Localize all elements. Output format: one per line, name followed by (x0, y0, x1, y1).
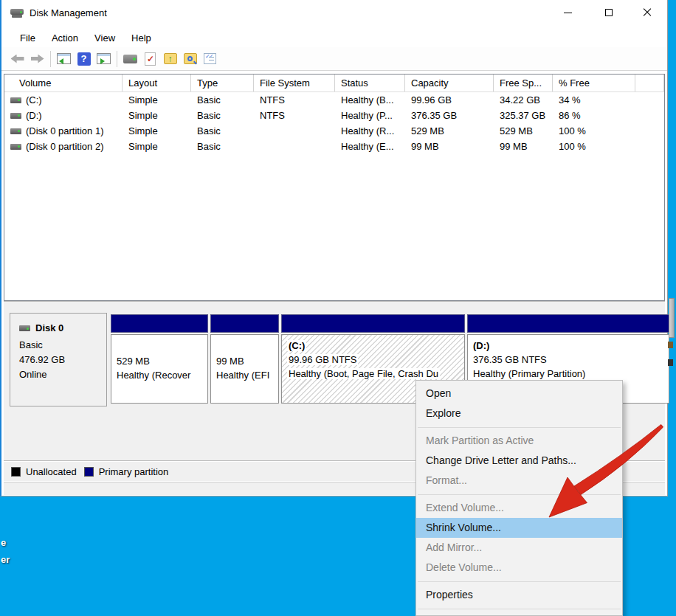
legend-label: Primary partition (99, 466, 169, 477)
maximize-icon (605, 9, 613, 16)
column-header-layout[interactable]: Layout (123, 75, 191, 91)
free-space-value: 325.37 GB (494, 110, 553, 121)
close-button[interactable] (630, 0, 664, 25)
menu-item-explore[interactable]: Explore (416, 404, 622, 423)
menu-separator (416, 605, 622, 612)
layout-value: Simple (123, 110, 191, 121)
disk0-header-panel[interactable]: Disk 0 Basic 476.92 GB Online (10, 313, 107, 406)
free-space-value: 99 MB (494, 141, 553, 152)
disk-drive-icon (10, 7, 24, 19)
background-fragment (668, 359, 673, 366)
partition-size: 99.96 GB NTFS (287, 354, 358, 365)
type-value: Basic (191, 110, 254, 121)
volume-name: (D:) (26, 110, 42, 121)
window-title: Disk Management (30, 7, 107, 18)
volume-list: Volume Layout Type File System Status Ca… (4, 74, 665, 301)
column-header-free-space[interactable]: Free Sp... (494, 75, 553, 91)
volume-name: (Disk 0 partition 2) (26, 141, 103, 152)
partition-status: Healthy (Recover (117, 368, 207, 382)
primary-partition-bar (281, 314, 465, 333)
table-row[interactable]: (Disk 0 partition 2) Simple Basic Health… (4, 139, 664, 154)
refresh-disks-button[interactable] (120, 49, 140, 69)
table-row[interactable]: (D:) Simple Basic NTFS Healthy (P... 376… (4, 108, 664, 123)
capacity-value: 529 MB (405, 125, 494, 136)
title-bar[interactable]: Disk Management (1, 0, 667, 28)
task-list-icon (204, 53, 216, 64)
fs-value: NTFS (254, 110, 335, 121)
type-value: Basic (191, 141, 254, 152)
forward-icon (31, 55, 44, 63)
primary-partition-bar (467, 314, 669, 333)
column-header-empty[interactable] (635, 75, 664, 91)
minimize-button[interactable] (551, 0, 584, 25)
free-space-value: 529 MB (494, 125, 553, 136)
background-fragment (668, 342, 673, 348)
menu-item-properties[interactable]: Properties (416, 585, 622, 605)
partition-name: (D:) (473, 339, 669, 353)
pct-free-value: 100 % (553, 141, 635, 152)
close-icon (643, 8, 652, 17)
partition-status: Healthy (EFI (216, 368, 278, 382)
layout-value: Simple (123, 125, 191, 136)
disk-status: Online (19, 367, 106, 382)
pct-free-value: 100 % (553, 125, 635, 136)
partition-recovery[interactable]: 529 MB Healthy (Recover (111, 314, 208, 404)
table-row[interactable]: (C:) Simple Basic NTFS Healthy (B... 99.… (4, 92, 664, 108)
menu-view[interactable]: View (86, 30, 123, 46)
back-icon (11, 55, 24, 63)
status-value: Healthy (R... (335, 125, 405, 136)
list-header: Volume Layout Type File System Status Ca… (4, 75, 664, 92)
type-value: Basic (191, 94, 254, 105)
fs-value: NTFS (254, 94, 335, 105)
back-button[interactable] (7, 49, 27, 69)
maximize-button[interactable] (592, 0, 626, 25)
partition-efi[interactable]: 99 MB Healthy (EFI (210, 314, 279, 404)
folder-search-button[interactable] (180, 49, 200, 69)
column-header-file-system[interactable]: File System (254, 75, 335, 91)
capacity-value: 99.96 GB (405, 94, 494, 105)
desktop-icon-label-fragment: e (1, 537, 6, 548)
volume-name: (C:) (26, 94, 42, 105)
column-header-pct-free[interactable]: % Free (553, 75, 635, 91)
column-header-capacity[interactable]: Capacity (405, 75, 494, 91)
folder-search-icon (184, 53, 197, 64)
partition-size: 529 MB (117, 354, 207, 368)
help-icon: ? (77, 52, 91, 66)
toolbar: ? ↑ (1, 47, 667, 71)
layout-value: Simple (123, 141, 191, 152)
column-header-status[interactable]: Status (335, 75, 405, 91)
column-header-volume[interactable]: Volume (4, 75, 123, 91)
check-report-button[interactable] (140, 49, 160, 69)
console-play-icon (97, 53, 111, 64)
drive-icon (10, 144, 21, 150)
help-button[interactable]: ? (74, 49, 94, 69)
layout-value: Simple (123, 94, 191, 105)
menu-bar: File Action View Help (1, 28, 667, 47)
menu-action[interactable]: Action (44, 30, 86, 46)
menu-item-open[interactable]: Open (416, 384, 622, 404)
menu-item-shrink-volume[interactable]: Shrink Volume... (416, 518, 622, 538)
table-row[interactable]: (Disk 0 partition 1) Simple Basic Health… (4, 123, 664, 139)
disk-size: 476.92 GB (19, 353, 106, 367)
menu-item-change-drive-letter[interactable]: Change Drive Letter and Paths... (416, 451, 622, 471)
task-list-button[interactable] (200, 49, 220, 69)
type-value: Basic (191, 125, 254, 136)
show-console-tree-button[interactable] (54, 49, 74, 69)
menu-separator (416, 578, 622, 585)
primary-partition-bar (111, 314, 208, 333)
status-value: Healthy (P... (335, 110, 405, 121)
forward-button[interactable] (27, 49, 47, 69)
column-header-type[interactable]: Type (191, 75, 254, 91)
capacity-value: 99 MB (405, 141, 494, 152)
menu-item-add-mirror: Add Mirror... (416, 538, 622, 558)
menu-file[interactable]: File (12, 30, 44, 46)
toolbar-separator (117, 51, 117, 67)
context-menu: Open Explore Mark Partition as Active Ch… (415, 380, 623, 616)
folder-up-button[interactable]: ↑ (160, 49, 180, 69)
disk-name: Disk 0 (35, 321, 63, 336)
partition-status: Healthy (Primary Partition) (473, 367, 669, 381)
console-window-icon (57, 53, 71, 64)
drive-icon (19, 325, 30, 331)
menu-help[interactable]: Help (123, 30, 159, 46)
show-action-pane-button[interactable] (94, 49, 114, 69)
